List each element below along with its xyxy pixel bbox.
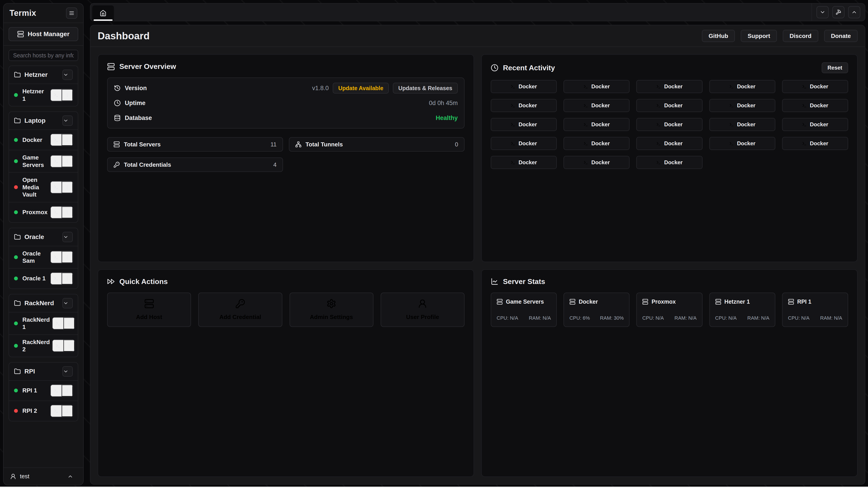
recent-activity-item[interactable]: Docker [782, 118, 848, 131]
support-button[interactable]: Support [741, 30, 777, 42]
host-terminal-button[interactable] [53, 340, 64, 352]
tab-home[interactable] [92, 5, 114, 21]
ellipsis-vertical-icon [65, 210, 70, 215]
host-terminal-button[interactable] [51, 385, 62, 396]
host-row: RPI 2 [9, 400, 78, 421]
recent-activity-item[interactable]: Docker [636, 99, 702, 112]
terminal-icon [583, 84, 588, 89]
host-menu-button[interactable] [62, 385, 73, 396]
recent-activity-item[interactable]: Docker [491, 80, 557, 93]
host-terminal-button[interactable] [51, 206, 62, 218]
host-terminal-button[interactable] [51, 405, 62, 417]
recent-activity-label: Docker [810, 102, 828, 109]
update-available-button[interactable]: Update Available [333, 83, 389, 94]
group-collapse-button[interactable] [62, 116, 73, 126]
recent-activity-item[interactable]: Docker [491, 156, 557, 169]
host-terminal-button[interactable] [51, 251, 62, 263]
terminal-icon [583, 141, 588, 146]
server-icon [17, 31, 24, 37]
recent-activity-item[interactable]: Docker [709, 118, 775, 131]
host-menu-button[interactable] [62, 134, 73, 146]
recent-activity-label: Docker [737, 140, 755, 147]
reset-button[interactable]: Reset [822, 62, 848, 73]
group-collapse-button[interactable] [62, 298, 73, 308]
host-manager-button[interactable]: Host Manager [8, 27, 78, 41]
add-host-button[interactable]: Add Host [107, 293, 191, 327]
stat-card-rpi-1: RPI 1CPU: N/ARAM: N/A [782, 293, 848, 327]
recent-activity-item[interactable]: Docker [709, 137, 775, 150]
host-menu-button[interactable] [62, 206, 73, 218]
recent-activity-label: Docker [737, 121, 755, 128]
discord-button[interactable]: Discord [783, 30, 818, 42]
host-menu-button[interactable] [62, 405, 73, 417]
admin-settings-button[interactable]: Admin Settings [289, 293, 373, 327]
donate-button[interactable]: Donate [824, 30, 858, 42]
chevron-down-icon [63, 72, 68, 77]
recent-activity-item[interactable]: Docker [636, 80, 702, 93]
updates-releases-button[interactable]: Updates & Releases [393, 83, 458, 94]
recent-activity-item[interactable]: Docker [782, 99, 848, 112]
recent-activity-label: Docker [591, 102, 610, 109]
stat-card-metrics: CPU: N/ARAM: N/A [642, 315, 696, 321]
recent-activity-item[interactable]: Docker [709, 80, 775, 93]
sidebar-menu-button[interactable] [66, 7, 77, 19]
add-credential-button[interactable]: Add Credential [198, 293, 282, 327]
total-label: Total Servers [124, 141, 271, 148]
host-terminal-button[interactable] [53, 318, 64, 329]
recent-activity-item[interactable]: Docker [563, 80, 629, 93]
chevron-down-button[interactable] [816, 6, 829, 18]
host-menu-button[interactable] [64, 340, 74, 352]
host-menu-button[interactable] [62, 251, 73, 263]
group-collapse-button[interactable] [62, 70, 73, 80]
host-terminal-button[interactable] [51, 156, 62, 167]
host-menu-button[interactable] [64, 318, 74, 329]
recent-activity-item[interactable]: Docker [563, 137, 629, 150]
host-terminal-button[interactable] [51, 134, 62, 146]
host-terminal-button[interactable] [51, 89, 62, 101]
host-terminal-button[interactable] [51, 273, 62, 285]
recent-activity-item[interactable]: Docker [563, 118, 629, 131]
ellipsis-vertical-icon [65, 408, 70, 414]
recent-activity-item[interactable]: Docker [709, 99, 775, 112]
user-footer[interactable]: test [4, 467, 83, 485]
stat-card-name: Docker [579, 298, 598, 305]
host-menu-button[interactable] [62, 182, 73, 193]
host-actions [50, 404, 73, 417]
recent-activity-item[interactable]: Docker [563, 99, 629, 112]
group-collapse-button[interactable] [62, 366, 73, 377]
chevron-up-button[interactable] [848, 6, 860, 18]
terminal-icon [510, 84, 515, 89]
recent-activity-item[interactable]: Docker [491, 137, 557, 150]
host-menu-button[interactable] [62, 156, 73, 167]
github-button[interactable]: GitHub [702, 30, 735, 42]
status-dot-online [14, 276, 18, 281]
user-profile-button[interactable]: User Profile [381, 293, 465, 327]
tab-bar-controls [811, 4, 865, 21]
terminal-icon [54, 255, 59, 260]
recent-activity-item[interactable]: Docker [563, 156, 629, 169]
host-menu-button[interactable] [62, 89, 73, 101]
recent-activity-label: Docker [519, 140, 537, 147]
host-terminal-button[interactable] [51, 182, 62, 193]
chevron-up-icon[interactable] [67, 474, 73, 480]
folder-icon [14, 300, 21, 306]
recent-activity-item[interactable]: Docker [782, 137, 848, 150]
recent-activity-item[interactable]: Docker [491, 118, 557, 131]
hammer-button[interactable] [832, 6, 844, 18]
recent-activity-grid: DockerDockerDockerDockerDockerDockerDock… [491, 80, 848, 169]
ellipsis-vertical-icon [65, 137, 70, 142]
recent-activity-item[interactable]: Docker [636, 156, 702, 169]
recent-activity-item[interactable]: Docker [636, 118, 702, 131]
group-collapse-button[interactable] [62, 232, 73, 242]
recent-activity-item[interactable]: Docker [782, 80, 848, 93]
sidebar-header: Termix [4, 4, 83, 23]
recent-activity-item[interactable]: Docker [636, 137, 702, 150]
host-menu-button[interactable] [62, 273, 73, 285]
total-value: 0 [455, 141, 458, 148]
status-dot-online [14, 344, 18, 348]
chevron-down-icon [63, 300, 68, 306]
recent-activity-item[interactable]: Docker [491, 99, 557, 112]
server-icon [144, 299, 154, 308]
search-input[interactable] [8, 50, 78, 61]
folder-icon [14, 368, 21, 375]
